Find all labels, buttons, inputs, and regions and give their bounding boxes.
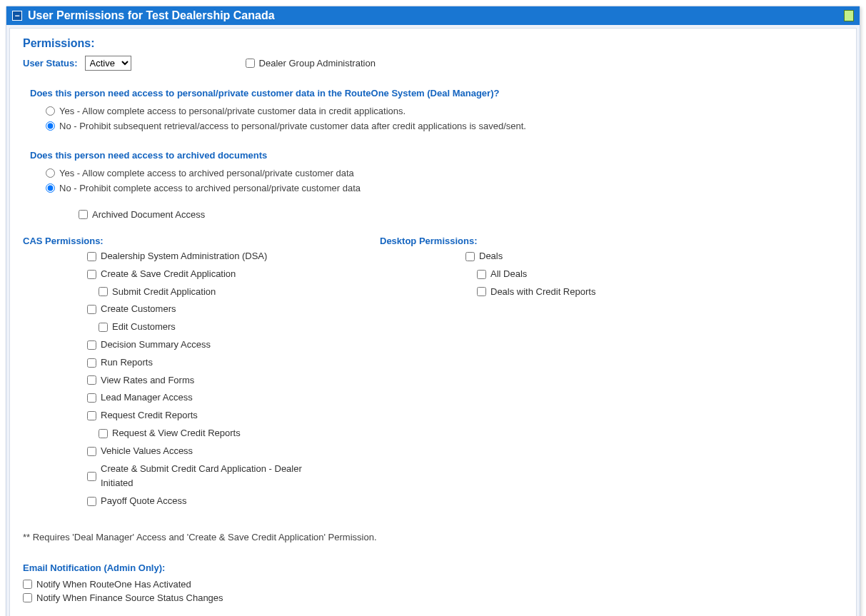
run-reports-label: Run Reports [101, 355, 153, 370]
notify-routeone-activated-checkbox[interactable] [23, 580, 32, 589]
decision-summary-label: Decision Summary Access [101, 338, 211, 353]
email-notification-title: Email Notification (Admin Only): [23, 562, 843, 573]
deals-credit-reports-label: Deals with Credit Reports [490, 285, 595, 300]
create-customers-checkbox[interactable] [87, 305, 96, 314]
notify-finance-source-checkbox[interactable] [23, 593, 32, 602]
view-rates-forms-label: View Rates and Forms [101, 373, 194, 388]
footnote: ** Requires 'Deal Manager' Access and 'C… [23, 532, 843, 542]
panel-title: User Permissions for Test Dealership Can… [28, 9, 275, 22]
payoff-quote-checkbox[interactable] [87, 497, 96, 506]
create-customers-label: Create Customers [101, 302, 176, 317]
deals-credit-reports-checkbox[interactable] [477, 287, 486, 296]
request-view-credit-reports-checkbox[interactable] [99, 429, 108, 438]
request-credit-reports-label: Request Credit Reports [101, 408, 198, 423]
all-deals-label: All Deals [490, 267, 527, 282]
collapse-icon[interactable]: − [12, 11, 22, 21]
q2-question: Does this person need access to archived… [30, 150, 843, 161]
notify-finance-source-label: Notify When Finance Source Status Change… [36, 592, 223, 603]
edit-customers-label: Edit Customers [112, 320, 176, 335]
create-submit-cc-label: Create & Submit Credit Card Application … [101, 462, 323, 492]
user-status-label: User Status: [23, 58, 78, 69]
dsa-checkbox[interactable] [87, 252, 96, 261]
request-credit-reports-checkbox[interactable] [87, 411, 96, 420]
dealer-group-admin-checkbox[interactable] [246, 59, 255, 68]
deals-checkbox[interactable] [465, 252, 475, 261]
submit-credit-app-label: Submit Credit Application [112, 285, 216, 300]
q2-no-label: No - Prohibit complete access to archive… [59, 183, 361, 193]
document-icon[interactable] [844, 10, 854, 21]
desktop-permissions-title: Desktop Permissions: [380, 236, 595, 246]
all-deals-checkbox[interactable] [477, 270, 486, 279]
panel-header: − User Permissions for Test Dealership C… [6, 6, 860, 25]
create-save-credit-app-label: Create & Save Credit Application [101, 267, 236, 282]
edit-customers-checkbox[interactable] [99, 323, 108, 332]
q1-question: Does this person need access to personal… [30, 88, 843, 99]
create-save-credit-app-checkbox[interactable] [87, 270, 96, 279]
deals-label: Deals [479, 249, 503, 264]
q1-yes-label: Yes - Allow complete access to personal/… [59, 106, 406, 116]
run-reports-checkbox[interactable] [87, 358, 96, 368]
lead-manager-label: Lead Manager Access [101, 390, 193, 405]
q2-no-radio[interactable] [46, 183, 55, 193]
panel-body: Permissions: User Status: Active Dealer … [9, 28, 857, 616]
user-status-select[interactable]: Active [85, 56, 131, 71]
archived-document-access-label: Archived Document Access [92, 209, 205, 220]
permissions-title: Permissions: [23, 37, 843, 50]
user-permissions-panel: − User Permissions for Test Dealership C… [6, 6, 860, 616]
vehicle-values-checkbox[interactable] [87, 447, 96, 456]
q1-yes-radio[interactable] [46, 106, 55, 116]
q1-no-label: No - Prohibit subsequent retrieval/acces… [59, 121, 526, 131]
cas-permissions-title: CAS Permissions: [23, 236, 323, 246]
request-view-credit-reports-label: Request & View Credit Reports [112, 426, 241, 441]
decision-summary-checkbox[interactable] [87, 340, 96, 350]
submit-credit-app-checkbox[interactable] [99, 287, 108, 296]
notify-routeone-activated-label: Notify When RouteOne Has Activated [36, 579, 191, 590]
q1-no-radio[interactable] [46, 121, 55, 131]
view-rates-forms-checkbox[interactable] [87, 375, 96, 385]
dsa-label: Dealership System Administration (DSA) [101, 249, 267, 264]
dealer-group-admin-label: Dealer Group Administration [259, 58, 376, 69]
create-submit-cc-checkbox[interactable] [87, 472, 96, 481]
payoff-quote-label: Payoff Quote Access [101, 494, 186, 509]
q2-yes-radio[interactable] [46, 168, 55, 178]
lead-manager-checkbox[interactable] [87, 393, 96, 403]
archived-document-access-checkbox[interactable] [79, 210, 88, 219]
q2-yes-label: Yes - Allow complete access to archived … [59, 168, 354, 178]
vehicle-values-label: Vehicle Values Access [101, 444, 193, 459]
